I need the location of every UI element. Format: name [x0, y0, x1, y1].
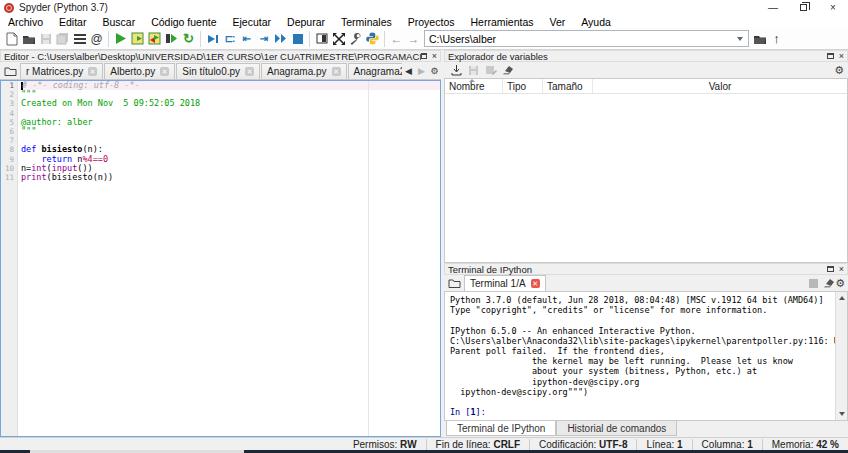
line-number: 11 [1, 173, 17, 182]
close-tab-icon[interactable]: ✕ [88, 67, 97, 76]
parent-directory-icon[interactable]: ↑ [768, 30, 785, 48]
python-logo-icon[interactable] [364, 30, 381, 48]
open-file-icon[interactable] [20, 30, 37, 48]
editor-tab-r-matrices-py[interactable]: r Matrices.py✕ [20, 63, 103, 79]
menu-item-ver[interactable]: Ver [542, 16, 574, 28]
line-number: 6 [1, 127, 17, 136]
spyder-logo-icon [4, 3, 14, 13]
scroll-down-icon[interactable] [836, 408, 847, 420]
status-bar: Permisos: RWFin de línea: CRLFCodificaci… [0, 437, 848, 450]
run-selection-icon[interactable] [163, 30, 180, 48]
menu-item-buscar[interactable]: Buscar [94, 16, 143, 28]
column-header-tama-o[interactable]: Tamaño [543, 79, 593, 93]
import-data-icon[interactable] [448, 63, 465, 78]
menu-item-ejecutar[interactable]: Ejecutar [225, 16, 280, 28]
back-icon[interactable]: ← [388, 30, 405, 48]
bottom-tab-historial-de-comandos[interactable]: Historial de comandos [556, 421, 677, 436]
line-number: 10 [1, 164, 17, 173]
variable-explorer-gear-icon[interactable]: ⚙ [834, 64, 844, 77]
chevron-down-icon[interactable] [737, 37, 743, 41]
terminal-tab[interactable]: Terminal 1/A ✕ [464, 275, 546, 291]
preferences-wrench-icon[interactable] [347, 30, 364, 48]
continue-icon[interactable] [272, 30, 289, 48]
editor-tab-sin-t-tulo0-py[interactable]: Sin título0.py✕ [176, 63, 260, 79]
close-tab-icon[interactable]: ✕ [160, 67, 169, 76]
console-scrollbar[interactable] [835, 292, 847, 420]
ipython-console-pane: Terminal de IPython × Terminal 1/A ✕ ⚙ P… [444, 263, 848, 437]
menu-item-ayuda[interactable]: Ayuda [573, 16, 619, 28]
menu-item-herramientas[interactable]: Herramientas [462, 16, 541, 28]
clear-console-icon[interactable] [822, 274, 835, 292]
run-cell-advance-icon[interactable] [146, 30, 163, 48]
editor-tab-anagrama2-py[interactable]: Anagrama2.py✕ [348, 63, 402, 79]
restore-button[interactable] [788, 0, 818, 15]
line-number: 1 [1, 81, 17, 90]
close-button[interactable]: × [818, 0, 848, 15]
symbol-finder-icon[interactable]: @ [88, 30, 105, 48]
variable-table-body[interactable] [445, 94, 847, 262]
run-icon[interactable] [112, 30, 129, 48]
menu-item-proyectos[interactable]: Proyectos [400, 16, 463, 28]
browse-directory-icon[interactable] [751, 30, 768, 48]
console-line: ipython-dev@scipy.org""") [450, 387, 835, 397]
browse-tabs-icon[interactable] [444, 275, 464, 291]
status-columna: Columna: 1 [692, 439, 762, 450]
remove-all-variables-icon[interactable] [499, 63, 516, 78]
bottom-tab-terminal-de-ipython[interactable]: Terminal de IPython [446, 421, 556, 436]
tab-label: Anagrama.py [267, 66, 326, 77]
forward-icon[interactable]: → [405, 30, 422, 48]
menu-item-terminales[interactable]: Terminales [333, 16, 400, 28]
step-return-icon[interactable]: ⇥ [255, 30, 272, 48]
file-switcher-icon[interactable] [71, 30, 88, 48]
window-title: Spyder (Python 3.7) [19, 2, 108, 13]
terminal-gear-icon[interactable]: ⚙ [835, 277, 845, 290]
close-tab-icon[interactable]: ✕ [245, 67, 254, 76]
column-header-valor[interactable]: Valor [593, 79, 847, 93]
variable-explorer-title: Explorador de variables [448, 51, 548, 62]
step-into-icon[interactable]: ⇤ [238, 30, 255, 48]
step-icon[interactable]: ⊏: [221, 30, 238, 48]
close-tab-icon[interactable]: ✕ [531, 279, 540, 288]
stop-icon[interactable] [289, 30, 306, 48]
run-cell-icon[interactable] [129, 30, 146, 48]
menu-item-depurar[interactable]: Depurar [279, 16, 333, 28]
toolbar-separator [108, 31, 109, 47]
browse-tabs-icon[interactable] [0, 63, 20, 79]
close-tab-icon[interactable]: ✕ [332, 67, 341, 76]
editor-tab-anagrama-py[interactable]: Anagrama.py✕ [261, 63, 346, 79]
scroll-tabs-left-icon[interactable]: ◀ [402, 66, 415, 76]
close-pane-icon[interactable]: × [839, 52, 844, 61]
rerun-icon[interactable]: ↻ [180, 30, 197, 48]
line-number: 2 [1, 90, 17, 99]
undock-icon[interactable] [827, 266, 834, 272]
minimize-button[interactable]: — [758, 0, 788, 15]
editor-options-gear-icon[interactable]: ⚙ [428, 66, 441, 76]
menu-item-editar[interactable]: Editar [51, 16, 94, 28]
status-memoria: Memoria: 42 % [762, 439, 848, 450]
menu-item-c-digo-fuente[interactable]: Código fuente [143, 16, 224, 28]
maximize-pane-icon[interactable] [313, 30, 330, 48]
console[interactable]: Python 3.7.0 (default, Jun 28 2018, 08:0… [444, 292, 848, 421]
working-directory-input[interactable] [425, 33, 737, 45]
console-line: about your system (bitness, Python, etc.… [450, 366, 835, 376]
close-pane-icon[interactable]: × [432, 52, 437, 61]
code-line: """ [19, 127, 440, 136]
variable-explorer-toolbar: ⚙ [444, 62, 848, 78]
edge-line [368, 81, 369, 436]
column-header-nombre[interactable]: Nombre [445, 79, 503, 93]
column-header-tipo[interactable]: Tipo [503, 79, 543, 93]
console-line: Python 3.7.0 (default, Jun 28 2018, 08:0… [450, 295, 835, 305]
scroll-up-icon[interactable] [836, 292, 847, 304]
code-editor[interactable]: 1234567891011 # -*- coding: utf-8 -*-"""… [0, 80, 441, 437]
new-file-icon[interactable] [3, 30, 20, 48]
line-number: 3 [1, 99, 17, 108]
undock-icon[interactable] [421, 53, 427, 59]
working-directory-combo[interactable] [424, 30, 749, 47]
fullscreen-icon[interactable] [330, 30, 347, 48]
menu-bar: ArchivoEditarBuscarCódigo fuenteEjecutar… [0, 15, 848, 28]
undock-icon[interactable] [827, 53, 834, 59]
debug-icon[interactable] [204, 30, 221, 48]
menu-item-archivo[interactable]: Archivo [0, 16, 51, 28]
close-pane-icon[interactable]: × [839, 265, 844, 274]
editor-tab-alberto-py[interactable]: Alberto.py✕ [104, 63, 175, 79]
